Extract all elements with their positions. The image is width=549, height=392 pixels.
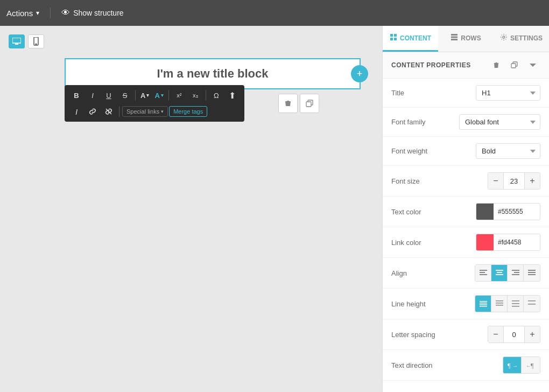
special-links-button[interactable]: Special links ▾: [122, 106, 168, 117]
text-direction-control: ¶→ ←¶: [456, 356, 540, 374]
line-height-normal-button[interactable]: [491, 296, 508, 312]
svg-rect-39: [528, 300, 536, 302]
svg-rect-1: [15, 44, 18, 45]
svg-rect-9: [390, 38, 393, 40]
text-color-swatch: [476, 204, 494, 220]
tab-content[interactable]: CONTENT: [383, 26, 438, 52]
letter-spacing-increment[interactable]: +: [525, 326, 540, 342]
chevron-down-icon: ▾: [36, 9, 39, 17]
svg-rect-10: [394, 38, 397, 40]
text-color-swatch-control[interactable]: #555555: [476, 203, 540, 220]
font-color-button[interactable]: A▾: [138, 92, 151, 100]
letter-spacing-decrement[interactable]: −: [488, 326, 503, 342]
link-color-swatch-control[interactable]: #fd4458: [476, 234, 540, 251]
svg-rect-8: [394, 34, 397, 37]
subscript-button[interactable]: x₂: [188, 88, 203, 102]
bold-button[interactable]: B: [69, 88, 84, 102]
italic-style-button[interactable]: I: [69, 104, 84, 118]
topbar: Actions ▾ 👁 Show structure: [0, 0, 549, 26]
svg-text:¶: ¶: [508, 362, 511, 369]
svg-rect-35: [496, 305, 503, 306]
mobile-view-button[interactable]: [28, 34, 44, 48]
actions-menu[interactable]: Actions ▾: [6, 9, 39, 18]
show-structure-toggle[interactable]: 👁 Show structure: [61, 8, 123, 18]
font-weight-label: Font weight: [391, 147, 456, 155]
content-properties-title: CONTENT PROPERTIES: [391, 61, 471, 69]
font-size-decrement[interactable]: −: [488, 173, 503, 189]
text-direction-ltr-button[interactable]: ¶→: [503, 357, 522, 373]
text-formatting-toolbar: B I U S A▾ A▾ x² x₂ Ω ⬆ I: [65, 85, 244, 122]
svg-rect-36: [512, 300, 519, 302]
svg-rect-26: [528, 270, 536, 271]
title-block-text: I'm a new title block: [157, 67, 269, 81]
special-chars-button[interactable]: Ω: [209, 88, 224, 102]
text-color-control: #555555: [456, 203, 540, 220]
font-weight-select[interactable]: Thin Light Regular Bold Extra Bold: [476, 143, 540, 159]
tab-settings[interactable]: SETTINGS: [494, 26, 549, 52]
tab-rows[interactable]: ROWS: [438, 26, 494, 52]
link-button[interactable]: [85, 104, 100, 118]
font-family-property-row: Font family Global font Arial Helvetica …: [383, 108, 549, 137]
svg-text:→: →: [512, 363, 517, 369]
svg-rect-23: [512, 270, 519, 271]
add-content-button[interactable]: +: [351, 65, 368, 82]
svg-point-14: [503, 36, 505, 38]
letter-spacing-input[interactable]: [503, 326, 525, 342]
line-height-label: Line height: [391, 300, 456, 308]
copy-block-button[interactable]: [300, 94, 319, 113]
font-size-increment[interactable]: +: [525, 173, 540, 189]
duplicate-properties-button[interactable]: [507, 58, 522, 73]
highlight-button[interactable]: A▾: [152, 92, 165, 100]
line-height-spacious-button[interactable]: [524, 296, 540, 312]
svg-rect-28: [528, 274, 536, 275]
title-select[interactable]: H1 H2 H3 H4 H5 H6 p: [476, 85, 540, 101]
font-family-select[interactable]: Global font Arial Helvetica Times New Ro…: [459, 114, 540, 130]
upload-button[interactable]: ⬆: [225, 88, 240, 102]
svg-rect-24: [514, 272, 519, 273]
merge-tags-button[interactable]: Merge tags: [169, 106, 207, 117]
text-direction-property-row: Text direction ¶→ ←¶: [383, 350, 549, 381]
superscript-button[interactable]: x²: [172, 88, 187, 102]
align-right-button[interactable]: [508, 265, 524, 281]
svg-rect-32: [480, 306, 487, 307]
letter-spacing-property-row: Letter spacing − +: [383, 319, 549, 350]
svg-rect-19: [480, 274, 487, 275]
svg-rect-7: [390, 34, 393, 37]
line-height-relaxed-button[interactable]: [508, 296, 524, 312]
font-weight-control: Thin Light Regular Bold Extra Bold: [456, 143, 540, 159]
svg-rect-20: [496, 270, 503, 271]
svg-rect-33: [496, 300, 503, 302]
font-size-input[interactable]: [503, 173, 525, 189]
actions-label: Actions: [6, 9, 33, 18]
text-direction-rtl-button[interactable]: ←¶: [522, 357, 540, 373]
content-properties-actions: [489, 58, 540, 73]
line-height-compact-button[interactable]: [475, 296, 491, 312]
special-links-label: Special links: [126, 108, 159, 115]
eye-icon: 👁: [61, 8, 70, 18]
align-center-button[interactable]: [491, 265, 508, 281]
svg-rect-31: [480, 304, 487, 305]
align-justify-button[interactable]: [524, 265, 540, 281]
underline-button[interactable]: U: [101, 88, 116, 102]
svg-rect-37: [512, 303, 519, 304]
align-left-button[interactable]: [475, 265, 491, 281]
delete-properties-button[interactable]: [489, 58, 504, 73]
desktop-view-button[interactable]: [9, 34, 25, 48]
toolbar-separator: [135, 90, 136, 101]
block-actions: [278, 94, 319, 113]
align-label: Align: [391, 269, 456, 277]
title-control: H1 H2 H3 H4 H5 H6 p: [456, 85, 540, 101]
svg-rect-0: [12, 38, 21, 43]
unlink-button[interactable]: [101, 104, 116, 118]
collapse-properties-button[interactable]: [525, 58, 540, 73]
show-structure-label: Show structure: [73, 9, 123, 17]
strikethrough-button[interactable]: S: [117, 88, 132, 102]
link-color-control: #fd4458: [456, 234, 540, 251]
delete-block-button[interactable]: [278, 94, 298, 113]
svg-rect-40: [528, 304, 536, 305]
italic-button[interactable]: I: [85, 88, 100, 102]
link-color-value: #fd4458: [494, 239, 540, 246]
svg-rect-21: [497, 272, 502, 273]
svg-rect-22: [496, 274, 503, 275]
rows-tab-label: ROWS: [461, 34, 481, 42]
